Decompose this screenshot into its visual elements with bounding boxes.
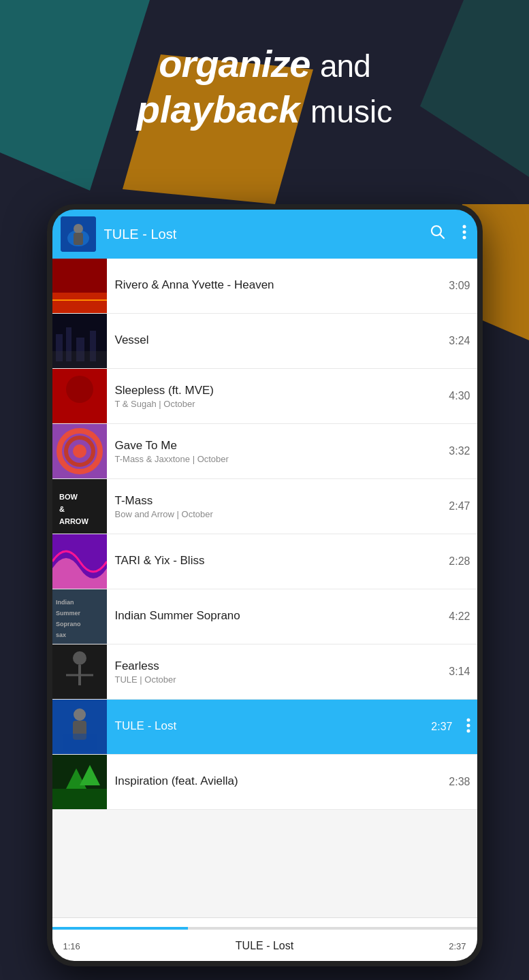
app-bar-title: TULE - Lost bbox=[104, 227, 419, 242]
track-thumbnail bbox=[52, 424, 107, 478]
track-title: Sleepless (ft. MVE) bbox=[115, 384, 441, 397]
svg-rect-3 bbox=[74, 233, 83, 245]
svg-point-7 bbox=[462, 231, 466, 234]
track-info: T-Mass Bow and Arrow | October bbox=[107, 494, 449, 519]
track-more-button[interactable] bbox=[460, 718, 477, 736]
track-item[interactable]: Gave To Me T-Mass & Jaxxtone | October 3… bbox=[52, 424, 477, 479]
track-title: TARI & Yix - Bliss bbox=[115, 554, 441, 568]
track-thumbnail: IndianSummerSopranosax bbox=[52, 589, 107, 644]
hero-playback: playback bbox=[137, 88, 300, 131]
track-info: Vessel bbox=[107, 333, 449, 348]
svg-rect-42 bbox=[63, 734, 97, 751]
now-playing-info: 1:16 TULE - Lost 2:37 bbox=[52, 931, 477, 961]
svg-text:ARROW: ARROW bbox=[59, 517, 89, 525]
track-item[interactable]: Fearless TULE | October 3:14 bbox=[52, 644, 477, 700]
svg-text:BOW: BOW bbox=[59, 493, 78, 501]
track-info: Indian Summer Soprano bbox=[107, 609, 449, 624]
track-thumbnail bbox=[52, 700, 107, 754]
svg-point-20 bbox=[66, 376, 93, 403]
track-info: Inspiration (feat. Aviella) bbox=[107, 774, 449, 789]
track-duration: 2:37 bbox=[431, 721, 459, 733]
svg-point-36 bbox=[73, 651, 86, 665]
track-title: Inspiration (feat. Aviella) bbox=[115, 774, 441, 788]
track-info: Gave To Me T-Mass & Jaxxtone | October bbox=[107, 439, 449, 464]
track-duration: 2:47 bbox=[449, 500, 477, 512]
track-thumbnail bbox=[52, 755, 107, 809]
svg-rect-11 bbox=[52, 299, 107, 301]
track-title: T-Mass bbox=[115, 494, 441, 508]
track-item[interactable]: TARI & Yix - Bliss 2:28 bbox=[52, 534, 477, 589]
svg-rect-10 bbox=[52, 293, 107, 313]
track-thumbnail: BOW&ARROW bbox=[52, 479, 107, 534]
svg-point-24 bbox=[73, 444, 86, 458]
progress-fill bbox=[52, 927, 189, 930]
track-title: Fearless bbox=[115, 659, 441, 673]
now-playing-title: TULE - Lost bbox=[91, 940, 439, 952]
track-title: Vessel bbox=[115, 333, 441, 347]
svg-point-45 bbox=[466, 729, 470, 732]
track-item[interactable]: TULE - Lost 2:37 bbox=[52, 700, 477, 755]
track-title: Indian Summer Soprano bbox=[115, 609, 441, 623]
app-bar: TULE - Lost bbox=[52, 210, 477, 259]
track-info: Fearless TULE | October bbox=[107, 659, 449, 685]
track-subtitle: Bow and Arrow | October bbox=[115, 509, 441, 519]
track-item[interactable]: IndianSummerSopranosax Indian Summer Sop… bbox=[52, 589, 477, 644]
svg-text:Summer: Summer bbox=[56, 610, 81, 617]
track-item[interactable]: BOW&ARROW T-Mass Bow and Arrow | October… bbox=[52, 479, 477, 534]
svg-line-5 bbox=[440, 235, 444, 239]
track-title: Gave To Me bbox=[115, 439, 441, 453]
track-title: Rivero & Anna Yvette - Heaven bbox=[115, 278, 441, 292]
track-item[interactable]: Sleepless (ft. MVE) T & Sugah | October … bbox=[52, 369, 477, 424]
track-subtitle: TULE | October bbox=[115, 674, 441, 685]
svg-point-44 bbox=[466, 723, 470, 727]
track-info: TULE - Lost bbox=[107, 719, 432, 734]
track-item[interactable]: Rivero & Anna Yvette - Heaven 3:09 bbox=[52, 259, 477, 314]
time-elapsed: 1:16 bbox=[63, 941, 91, 951]
svg-point-40 bbox=[74, 708, 86, 721]
search-button[interactable] bbox=[427, 221, 449, 247]
track-thumbnail bbox=[52, 314, 107, 368]
svg-text:Soprano: Soprano bbox=[56, 621, 81, 627]
track-duration: 3:24 bbox=[449, 335, 477, 347]
hero-music: music bbox=[310, 94, 392, 129]
track-thumbnail bbox=[52, 644, 107, 699]
svg-point-43 bbox=[466, 718, 470, 721]
track-title: TULE - Lost bbox=[115, 719, 423, 733]
track-duration: 2:38 bbox=[449, 776, 477, 788]
svg-point-2 bbox=[74, 224, 83, 233]
track-duration: 3:32 bbox=[449, 445, 477, 457]
track-thumbnail bbox=[52, 369, 107, 423]
now-playing-bar: 1:16 TULE - Lost 2:37 bbox=[52, 917, 477, 961]
track-info: TARI & Yix - Bliss bbox=[107, 554, 449, 569]
more-options-button[interactable] bbox=[460, 221, 469, 247]
time-total: 2:37 bbox=[439, 941, 466, 951]
track-duration: 2:28 bbox=[449, 555, 477, 568]
track-duration: 4:22 bbox=[449, 610, 477, 623]
progress-bar[interactable] bbox=[52, 927, 477, 930]
svg-text:&: & bbox=[59, 505, 65, 513]
track-duration: 3:09 bbox=[449, 280, 477, 292]
hero-text: organize and playback music bbox=[0, 41, 529, 132]
app-bar-thumbnail bbox=[61, 216, 96, 252]
track-thumbnail bbox=[52, 534, 107, 589]
phone-frame: TULE - Lost Rivero & Anna Yvette - He bbox=[47, 204, 483, 966]
svg-text:Indian: Indian bbox=[56, 599, 74, 606]
track-info: Sleepless (ft. MVE) T & Sugah | October bbox=[107, 384, 449, 409]
svg-text:sax: sax bbox=[56, 632, 66, 638]
track-subtitle: T & Sugah | October bbox=[115, 399, 441, 409]
hero-and-word: and bbox=[320, 48, 370, 84]
svg-rect-17 bbox=[52, 351, 107, 368]
track-item[interactable]: Inspiration (feat. Aviella) 2:38 bbox=[52, 755, 477, 810]
svg-rect-47 bbox=[52, 789, 107, 809]
track-info: Rivero & Anna Yvette - Heaven bbox=[107, 278, 449, 293]
track-list: Rivero & Anna Yvette - Heaven 3:09 Vesse… bbox=[52, 259, 477, 917]
svg-point-8 bbox=[462, 236, 466, 240]
track-thumbnail bbox=[52, 259, 107, 313]
app-bar-icons bbox=[427, 221, 469, 247]
svg-point-6 bbox=[462, 225, 466, 229]
track-duration: 4:30 bbox=[449, 390, 477, 402]
track-item[interactable]: Vessel 3:24 bbox=[52, 314, 477, 369]
hero-organize: organize bbox=[159, 42, 310, 85]
track-duration: 3:14 bbox=[449, 666, 477, 678]
track-subtitle: T-Mass & Jaxxtone | October bbox=[115, 454, 441, 464]
